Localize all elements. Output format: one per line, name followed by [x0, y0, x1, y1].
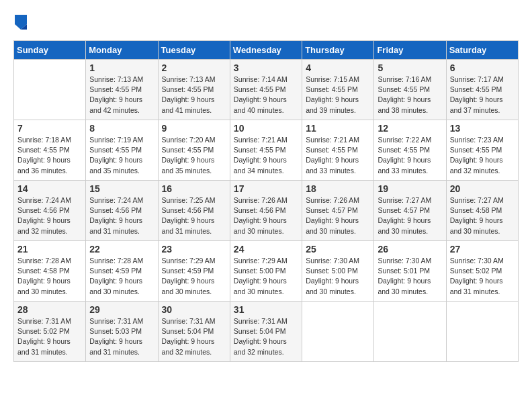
calendar-header: SundayMondayTuesdayWednesdayThursdayFrid… [14, 41, 519, 60]
day-number: 28 [17, 304, 82, 315]
calendar-cell: 27Sunrise: 7:30 AM Sunset: 5:02 PM Dayli… [446, 241, 518, 302]
logo-icon [15, 15, 27, 30]
calendar-cell: 20Sunrise: 7:27 AM Sunset: 4:58 PM Dayli… [446, 181, 518, 241]
day-info: Sunrise: 7:26 AM Sunset: 4:57 PM Dayligh… [306, 195, 370, 236]
day-number: 27 [450, 244, 515, 255]
day-info: Sunrise: 7:27 AM Sunset: 4:58 PM Dayligh… [450, 195, 515, 236]
day-number: 16 [162, 183, 226, 194]
day-info: Sunrise: 7:23 AM Sunset: 4:55 PM Dayligh… [450, 135, 515, 176]
day-info: Sunrise: 7:16 AM Sunset: 4:55 PM Dayligh… [378, 75, 442, 116]
calendar-table: SundayMondayTuesdayWednesdayThursdayFrid… [13, 40, 519, 362]
calendar-cell: 29Sunrise: 7:31 AM Sunset: 5:03 PM Dayli… [86, 302, 158, 362]
day-number: 23 [162, 244, 226, 255]
calendar-cell: 4Sunrise: 7:15 AM Sunset: 4:55 PM Daylig… [302, 60, 374, 120]
weekday-header: Thursday [302, 41, 374, 60]
calendar-cell: 3Sunrise: 7:14 AM Sunset: 4:55 PM Daylig… [230, 60, 302, 120]
calendar-cell [302, 302, 374, 362]
calendar-cell: 22Sunrise: 7:28 AM Sunset: 4:59 PM Dayli… [86, 241, 158, 302]
calendar-cell: 11Sunrise: 7:21 AM Sunset: 4:55 PM Dayli… [302, 120, 374, 181]
calendar-cell: 17Sunrise: 7:26 AM Sunset: 4:56 PM Dayli… [230, 181, 302, 241]
day-info: Sunrise: 7:22 AM Sunset: 4:55 PM Dayligh… [378, 135, 442, 176]
day-info: Sunrise: 7:31 AM Sunset: 5:04 PM Dayligh… [162, 316, 226, 357]
day-info: Sunrise: 7:29 AM Sunset: 4:59 PM Dayligh… [162, 256, 226, 297]
day-info: Sunrise: 7:17 AM Sunset: 4:55 PM Dayligh… [450, 75, 515, 116]
day-number: 10 [234, 123, 298, 134]
day-info: Sunrise: 7:24 AM Sunset: 4:56 PM Dayligh… [17, 195, 82, 236]
weekday-header: Tuesday [158, 41, 230, 60]
day-info: Sunrise: 7:30 AM Sunset: 5:00 PM Dayligh… [306, 256, 370, 297]
day-info: Sunrise: 7:13 AM Sunset: 4:55 PM Dayligh… [162, 75, 226, 116]
day-info: Sunrise: 7:31 AM Sunset: 5:02 PM Dayligh… [17, 316, 82, 357]
day-info: Sunrise: 7:21 AM Sunset: 4:55 PM Dayligh… [306, 135, 370, 176]
day-info: Sunrise: 7:19 AM Sunset: 4:55 PM Dayligh… [89, 135, 154, 176]
day-number: 21 [17, 244, 82, 255]
day-info: Sunrise: 7:26 AM Sunset: 4:56 PM Dayligh… [234, 195, 298, 236]
day-info: Sunrise: 7:29 AM Sunset: 5:00 PM Dayligh… [234, 256, 298, 297]
day-number: 30 [162, 304, 226, 315]
weekday-header: Saturday [446, 41, 518, 60]
day-number: 8 [89, 123, 154, 134]
weekday-header: Wednesday [230, 41, 302, 60]
calendar-cell: 8Sunrise: 7:19 AM Sunset: 4:55 PM Daylig… [86, 120, 158, 181]
calendar-cell: 5Sunrise: 7:16 AM Sunset: 4:55 PM Daylig… [374, 60, 446, 120]
day-number: 26 [378, 244, 442, 255]
calendar-cell: 1Sunrise: 7:13 AM Sunset: 4:55 PM Daylig… [86, 60, 158, 120]
calendar-cell: 10Sunrise: 7:21 AM Sunset: 4:55 PM Dayli… [230, 120, 302, 181]
calendar-cell: 19Sunrise: 7:27 AM Sunset: 4:57 PM Dayli… [374, 181, 446, 241]
day-info: Sunrise: 7:28 AM Sunset: 4:59 PM Dayligh… [89, 256, 154, 297]
day-number: 9 [162, 123, 226, 134]
day-number: 25 [306, 244, 370, 255]
day-number: 1 [89, 62, 154, 73]
day-number: 19 [378, 183, 442, 194]
calendar-cell: 24Sunrise: 7:29 AM Sunset: 5:00 PM Dayli… [230, 241, 302, 302]
day-info: Sunrise: 7:21 AM Sunset: 4:55 PM Dayligh… [234, 135, 298, 176]
day-info: Sunrise: 7:13 AM Sunset: 4:55 PM Dayligh… [89, 75, 154, 116]
day-info: Sunrise: 7:30 AM Sunset: 5:01 PM Dayligh… [378, 256, 442, 297]
calendar-cell: 13Sunrise: 7:23 AM Sunset: 4:55 PM Dayli… [446, 120, 518, 181]
calendar-cell: 18Sunrise: 7:26 AM Sunset: 4:57 PM Dayli… [302, 181, 374, 241]
calendar-cell [446, 302, 518, 362]
calendar-week-row: 14Sunrise: 7:24 AM Sunset: 4:56 PM Dayli… [14, 181, 519, 241]
day-info: Sunrise: 7:24 AM Sunset: 4:56 PM Dayligh… [89, 195, 154, 236]
day-number: 20 [450, 183, 515, 194]
calendar-cell: 30Sunrise: 7:31 AM Sunset: 5:04 PM Dayli… [158, 302, 230, 362]
calendar-cell [374, 302, 446, 362]
calendar-cell: 7Sunrise: 7:18 AM Sunset: 4:55 PM Daylig… [14, 120, 86, 181]
day-info: Sunrise: 7:18 AM Sunset: 4:55 PM Dayligh… [17, 135, 82, 176]
calendar-cell: 23Sunrise: 7:29 AM Sunset: 4:59 PM Dayli… [158, 241, 230, 302]
day-number: 31 [234, 304, 298, 315]
day-number: 13 [450, 123, 515, 134]
calendar-cell: 26Sunrise: 7:30 AM Sunset: 5:01 PM Dayli… [374, 241, 446, 302]
day-number: 5 [378, 62, 442, 73]
day-info: Sunrise: 7:25 AM Sunset: 4:56 PM Dayligh… [162, 195, 226, 236]
calendar-cell: 21Sunrise: 7:28 AM Sunset: 4:58 PM Dayli… [14, 241, 86, 302]
day-number: 7 [17, 123, 82, 134]
day-info: Sunrise: 7:30 AM Sunset: 5:02 PM Dayligh… [450, 256, 515, 297]
day-info: Sunrise: 7:28 AM Sunset: 4:58 PM Dayligh… [17, 256, 82, 297]
day-number: 4 [306, 62, 370, 73]
day-number: 17 [234, 183, 298, 194]
day-number: 6 [450, 62, 515, 73]
calendar-cell: 16Sunrise: 7:25 AM Sunset: 4:56 PM Dayli… [158, 181, 230, 241]
day-number: 22 [89, 244, 154, 255]
calendar-cell: 6Sunrise: 7:17 AM Sunset: 4:55 PM Daylig… [446, 60, 518, 120]
calendar-week-row: 28Sunrise: 7:31 AM Sunset: 5:02 PM Dayli… [14, 302, 519, 362]
day-info: Sunrise: 7:15 AM Sunset: 4:55 PM Dayligh… [306, 75, 370, 116]
calendar-cell: 12Sunrise: 7:22 AM Sunset: 4:55 PM Dayli… [374, 120, 446, 181]
day-number: 11 [306, 123, 370, 134]
day-number: 14 [17, 183, 82, 194]
calendar-week-row: 21Sunrise: 7:28 AM Sunset: 4:58 PM Dayli… [14, 241, 519, 302]
calendar-cell [14, 60, 86, 120]
day-info: Sunrise: 7:14 AM Sunset: 4:55 PM Dayligh… [234, 75, 298, 116]
calendar-week-row: 7Sunrise: 7:18 AM Sunset: 4:55 PM Daylig… [14, 120, 519, 181]
weekday-header: Monday [86, 41, 158, 60]
calendar-week-row: 1Sunrise: 7:13 AM Sunset: 4:55 PM Daylig… [14, 60, 519, 120]
calendar-cell: 9Sunrise: 7:20 AM Sunset: 4:55 PM Daylig… [158, 120, 230, 181]
calendar-cell: 31Sunrise: 7:31 AM Sunset: 5:04 PM Dayli… [230, 302, 302, 362]
day-number: 15 [89, 183, 154, 194]
calendar-cell: 28Sunrise: 7:31 AM Sunset: 5:02 PM Dayli… [14, 302, 86, 362]
day-number: 18 [306, 183, 370, 194]
day-number: 12 [378, 123, 442, 134]
page-header [13, 13, 519, 30]
day-number: 2 [162, 62, 226, 73]
